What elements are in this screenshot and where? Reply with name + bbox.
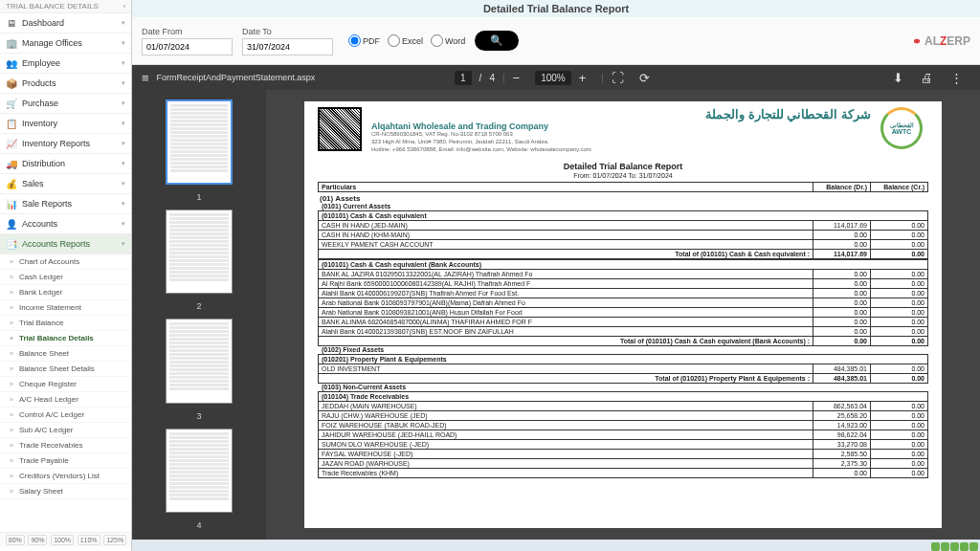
sub-item-chart-of-accounts[interactable]: »Chart of Accounts [0,254,131,270]
cell-particulars: BANK ALINMA 68204685487000(ALINMA) THAFI… [319,318,813,327]
sub-item-trial-balance[interactable]: »Trial Balance [0,316,131,331]
sidebar-item-inventory[interactable]: 📋Inventory▾ [0,114,131,134]
cell-dr: 0.00 [813,289,871,298]
sub-item-trial-balance-details[interactable]: »Trial Balance Details [0,331,131,346]
zoom-option[interactable]: 90% [28,535,47,545]
company-english: Alqahtani Wholesale and Trading Company [371,121,871,131]
thumbnail-1[interactable] [166,99,233,185]
sub-item-trade-payable[interactable]: »Trade Payable [0,453,131,469]
pdf-radio[interactable]: PDF [348,34,380,47]
date-to-label: Date To [242,27,333,36]
cell-dr: 2,585.50 [813,450,871,459]
more-icon[interactable]: ⋮ [950,71,963,85]
ppe-total-label: Total of (010201) Property Plant & Equip… [319,374,813,384]
bullet-icon: » [10,411,15,418]
search-button[interactable]: 🔍 [475,31,519,51]
sidebar-item-distribution[interactable]: 🚚Distribution▾ [0,154,131,174]
cell-particulars: WEEKLY PAMENT CASH ACCOUNT [319,240,813,250]
table-row: BANK AL JAZIRA 010295013322001(AL JAZIRA… [319,270,928,279]
cell-dr: 0.00 [813,240,871,250]
thumbnail-2[interactable] [166,209,233,294]
thumbnail-4[interactable] [166,429,233,513]
cell-cr: 0.00 [871,469,928,478]
thumb-label: 4 [196,520,201,530]
zoom-level[interactable]: 100% [535,71,571,85]
print-icon[interactable]: 🖨 [921,71,933,85]
sub-item-sub-a/c-ledger[interactable]: »Sub A/C Ledger [0,423,131,438]
sub-item-balance-sheet[interactable]: »Balance Sheet [0,346,131,362]
pdf-viewer: 1234 شركة القحطاني للتجارة والجملة Alqah… [132,90,980,540]
rotate-icon[interactable]: ⟳ [639,71,650,85]
sub-item-a/c-head-ledger[interactable]: »A/C Head Ledger [0,392,131,408]
zoom-option[interactable]: 125% [103,535,126,545]
company-address: 323 High Al Mina, Unit# 7980, Petromin, … [371,139,871,146]
download-icon[interactable]: ⬇ [893,71,903,85]
sidebar-item-accounts[interactable]: 👤Accounts▾ [0,214,131,234]
sidebar-item-sales[interactable]: 💰Sales▾ [0,174,131,194]
bullet-icon: » [10,304,15,311]
zoom-option[interactable]: 80% [6,535,25,545]
cell-cr: 0.00 [871,279,928,289]
sub-item-control-a/c-ledger[interactable]: »Control A/C Ledger [0,408,131,423]
chevron-down-icon: ▾ [122,79,125,87]
excel-radio[interactable]: Excel [388,34,423,47]
th-cr: Balance (Cr.) [871,183,928,192]
menu-icon[interactable]: ≡ [142,71,149,85]
sidebar-item-sale-reports[interactable]: 📊Sale Reports▾ [0,194,131,214]
pdf-toolbar: ≡ FormReceiptAndPaymentStatement.aspx 1 … [132,65,980,90]
nav-icon: 🚚 [6,158,17,169]
sub-item-salary-sheet[interactable]: »Salary Sheet [0,484,131,499]
sidebar-item-employee[interactable]: 👥Employee▾ [0,54,131,74]
bullet-icon: » [10,274,15,280]
fit-page-icon[interactable]: ⛶ [612,71,624,85]
sidebar-item-manage-offices[interactable]: 🏢Manage Offices▾ [0,33,131,54]
zoom-option[interactable]: 100% [51,535,74,545]
table-row: Arab National Bank 0108093821001(ANB) Hu… [319,308,928,318]
cell-particulars: Alahli Bank 01400006199207(SNB) Thafirah… [319,289,813,298]
sub-item-balance-sheet-details[interactable]: »Balance Sheet Details [0,362,131,377]
sub-item-creditors-(vendors)-list[interactable]: »Creditors (Vendors) List [0,469,131,484]
date-from-input[interactable] [142,38,233,55]
sidebar-item-inventory-reports[interactable]: 📈Inventory Reports▾ [0,134,131,154]
section-assets: (01) Assets [318,192,928,203]
page-title: Detailed Trial Balance Report [132,0,980,17]
sub-item-income-statement[interactable]: »Income Statement [0,300,131,316]
date-to-input[interactable] [242,38,333,55]
cell-particulars: CASH IN HAND (KHM-MAIN) [319,231,813,240]
sub-item-trade-receivables[interactable]: »Trade Receivables [0,438,131,453]
sidebar-item-accounts-reports[interactable]: 📑Accounts Reports▾ [0,234,131,254]
cell-dr: 33,270.08 [813,440,871,450]
nav-icon: 📦 [6,77,17,89]
nav-label: Purchase [22,99,58,108]
sub-item-bank-ledger[interactable]: »Bank Ledger [0,285,131,300]
zoom-option[interactable]: 110% [78,535,100,545]
page-current[interactable]: 1 [455,71,472,85]
cell-cr: 0.00 [871,240,928,250]
sidebar-item-purchase[interactable]: 🛒Purchase▾ [0,94,131,114]
sidebar-section-title: TRIAL BALANCE DETAILS ‹ [0,0,131,13]
sidebar-item-dashboard[interactable]: 🖥Dashboard▾ [0,13,131,33]
zoom-bar: 80%90%100%110%125% [0,532,132,547]
bullet-icon: » [10,289,15,296]
nav-label: Manage Offices [22,38,82,48]
thumb-label: 1 [196,192,201,202]
zoom-out-icon[interactable]: − [513,71,521,85]
sub-label: Creditors (Vendors) List [19,472,100,480]
nav-icon: 👥 [6,57,17,69]
cell-particulars: CASH IN HAND (JED-MAIN) [319,221,813,231]
nav-label: Employee [22,58,60,68]
thumbnail-3[interactable] [166,319,233,403]
sub-item-cheque-register[interactable]: »Cheque Register [0,377,131,392]
page-area[interactable]: شركة القحطاني للتجارة والجملة Alqahtani … [266,90,980,540]
sub-label: Cheque Register [19,380,77,388]
sub-item-cash-ledger[interactable]: »Cash Ledger [0,270,131,285]
sidebar-item-products[interactable]: 📦Products▾ [0,74,131,94]
table-row: RAJU (CHW.) WAREHOUSE (JED)25,658.200.00 [319,411,928,421]
cell-cr: 0.00 [871,298,928,308]
table-row: Alahli Bank 01400021393807(SNB) EST.NOOF… [319,327,928,337]
search-icon: 🔍 [490,34,503,46]
zoom-in-icon[interactable]: + [579,71,587,85]
cell-cr: 0.00 [871,440,928,450]
chevron-left-icon[interactable]: ‹ [123,3,125,10]
word-radio[interactable]: Word [431,34,465,47]
